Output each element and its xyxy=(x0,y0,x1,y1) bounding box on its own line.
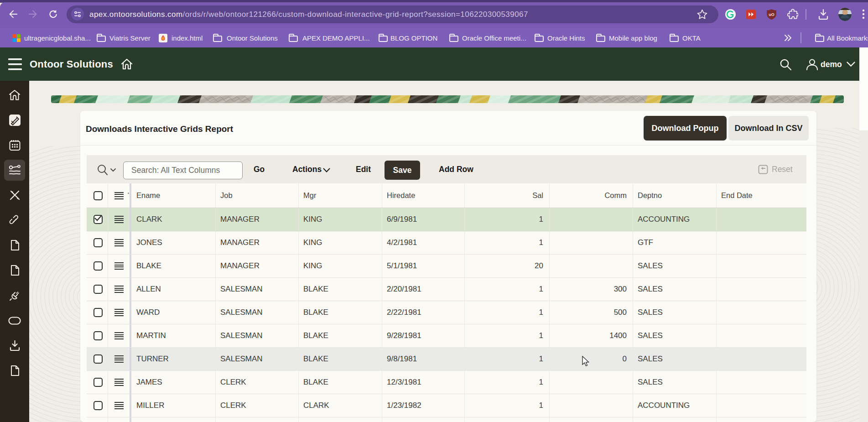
svg-text:uO: uO xyxy=(769,12,774,17)
